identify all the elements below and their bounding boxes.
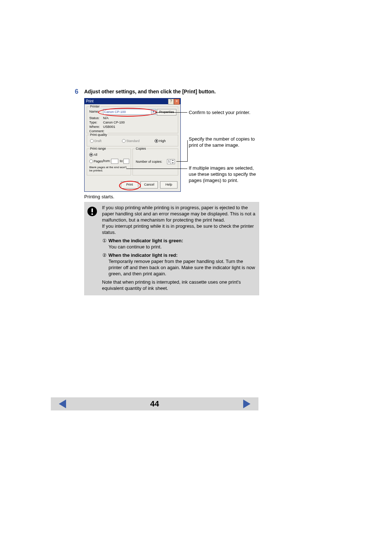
value-where: USB001 <box>103 125 115 129</box>
leader-3 <box>126 169 187 169</box>
next-page-arrow[interactable] <box>243 400 250 408</box>
chevron-down-icon: ▾ <box>151 109 156 114</box>
value-status: N/A <box>103 116 109 120</box>
group-printer-title: Printer <box>89 105 101 108</box>
group-quality: Print quality Draft Standard High <box>87 135 178 146</box>
printer-name-combo[interactable]: Canon CP-100 ▾ <box>103 109 156 115</box>
label-from: from: <box>103 159 111 163</box>
radio-draft[interactable]: Draft <box>90 139 102 143</box>
blank-pages-note: Blank pages at the end won't be printed. <box>89 166 129 172</box>
printer-name-value: Canon CP-100 <box>104 110 126 114</box>
panel-p2: If you interrupt printing while it is in… <box>102 223 256 235</box>
cancel-button[interactable]: Cancel <box>140 181 158 189</box>
callout-range: If multiple images are selected, use the… <box>189 165 261 183</box>
radio-pages[interactable]: Pages <box>89 159 103 163</box>
leader-1 <box>155 112 187 113</box>
radio-all[interactable]: All <box>89 153 97 157</box>
page-number: 44 <box>51 399 258 409</box>
label-where: Where: <box>89 125 100 129</box>
caution-icon <box>87 206 98 217</box>
value-type: Canon CP-100 <box>103 121 125 124</box>
label-to: to: <box>120 159 123 163</box>
svg-rect-1 <box>91 208 93 212</box>
mark-2: ② <box>102 252 107 258</box>
leader-2b <box>187 140 188 162</box>
input-to[interactable] <box>123 159 129 164</box>
label-comment: Comment: <box>89 129 105 133</box>
spinner-arrows-icon <box>171 159 175 164</box>
titlebar-close-button[interactable]: × <box>174 99 180 105</box>
red-title: When the indicator light is red: <box>109 252 178 258</box>
callout-printer: Confirm to select your printer. <box>189 109 261 116</box>
green-body: You can continue to print. <box>102 244 256 250</box>
titlebar-help-button[interactable]: ? <box>168 99 174 105</box>
callout-copies: Specify the number of copies to print of… <box>189 136 261 148</box>
svg-point-2 <box>91 213 93 215</box>
group-quality-title: Print quality <box>89 133 108 137</box>
mark-1: ① <box>102 238 107 244</box>
footer-bar: 44 <box>51 397 258 410</box>
panel-p1: If you stop printing while printing is i… <box>102 204 256 223</box>
printing-starts: Printing starts. <box>84 194 114 199</box>
info-panel: If you stop printing while printing is i… <box>84 202 259 295</box>
group-printer: Printer Name: Canon CP-100 ▾ Properties … <box>87 106 178 133</box>
red-body: Temporarily remove paper from the paper … <box>102 258 256 277</box>
input-from[interactable] <box>111 159 118 164</box>
group-copies-title: Copies <box>135 147 147 150</box>
dialog-title: Print <box>86 99 94 103</box>
copies-spinner[interactable]: 1 <box>167 159 175 164</box>
label-status: Status: <box>89 116 99 120</box>
leader-2a <box>176 161 187 162</box>
label-type: Type: <box>89 121 97 124</box>
print-button[interactable]: Print <box>121 181 138 189</box>
label-name: Name: <box>89 110 99 113</box>
dialog-titlebar: Print ? × <box>85 98 180 104</box>
green-title: When the indicator light is green: <box>109 238 183 243</box>
group-copies: Copies Number of copies: 1 <box>132 149 178 175</box>
group-range: Print range All Pages from: to: Blank pa… <box>87 149 131 175</box>
help-button[interactable]: Help <box>160 181 177 189</box>
radio-high[interactable]: High <box>155 139 166 143</box>
label-copies: Number of copies: <box>136 160 162 163</box>
step-heading: Adjust other settings, and then click th… <box>84 89 216 94</box>
copies-value: 1 <box>168 159 170 163</box>
group-range-title: Print range <box>89 147 107 150</box>
radio-standard[interactable]: Standard <box>122 139 140 143</box>
step-number: 6 <box>75 88 78 96</box>
panel-note: Note that when printing is interrupted, … <box>102 279 256 291</box>
